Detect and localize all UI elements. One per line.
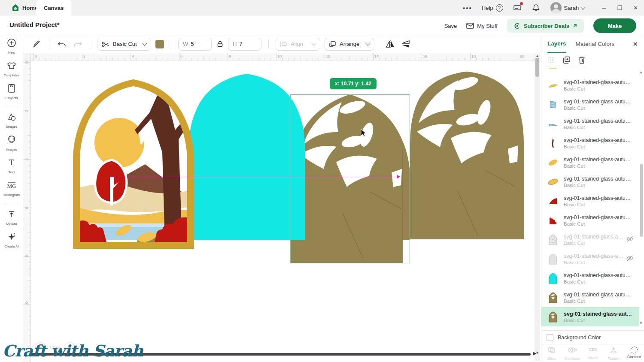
close-panel-icon[interactable]: ✕ <box>632 40 638 48</box>
artwork-stained-glass[interactable] <box>73 79 194 249</box>
attach-icon <box>589 347 597 354</box>
scroll-down-icon[interactable]: ▼ <box>639 321 643 325</box>
layer-row[interactable]: svg-01-stained-glass-autu…Basic Cut <box>541 75 639 95</box>
layer-type: Basic Cut <box>564 202 631 207</box>
make-button[interactable]: Make <box>593 18 636 33</box>
feedback-button[interactable] <box>513 3 522 12</box>
svg-text:MG: MG <box>7 183 16 189</box>
layer-name: svg-01-stained-glass-a… <box>564 253 623 259</box>
ruler-corner <box>23 53 31 60</box>
sidebar-item-new[interactable]: New <box>0 35 23 57</box>
background-color-checkbox[interactable] <box>547 334 553 341</box>
subscriber-deals-label: Subscriber Deals <box>524 23 569 29</box>
redo-button[interactable] <box>72 39 83 50</box>
layer-row[interactable]: svg-01-stained-glass-a…Basic Cut <box>541 230 639 249</box>
slice-button[interactable]: Slice <box>542 347 561 361</box>
sidebar-item-upload[interactable]: Upload <box>0 206 23 229</box>
layer-row[interactable]: svg-01-stained-glass-autu…Basic Cut <box>541 191 639 211</box>
layer-row[interactable]: svg-01-stained-glass-autu…Basic Cut <box>541 211 639 230</box>
panel-scrollbar[interactable]: ▲ ▼ <box>640 69 643 325</box>
layer-type: Basic Cut <box>564 299 631 304</box>
chevron-down-icon <box>142 41 147 45</box>
layer-type: Basic Cut <box>564 125 631 130</box>
lock-ratio-button[interactable] <box>214 39 225 50</box>
tab-layers[interactable]: Layers <box>547 35 566 53</box>
top-bar: Home Canvas ••• Help ? Sarah ─ ❐ ✕ <box>0 0 644 15</box>
templates-icon <box>7 61 16 72</box>
help-button[interactable]: Help ? <box>482 4 503 12</box>
selection-box[interactable] <box>290 94 410 263</box>
close-button[interactable]: ✕ <box>633 5 638 11</box>
my-stuff-button[interactable]: My Stuff <box>466 22 497 29</box>
sidebar-item-shapes[interactable]: Shapes <box>0 109 23 132</box>
sidebar-item-images[interactable]: Images <box>0 132 23 154</box>
align-dropdown[interactable]: Align <box>276 38 320 51</box>
layer-row[interactable]: svg-01-stained-glass-autu…Basic Cut <box>541 95 639 114</box>
flip-horizontal-button[interactable] <box>385 39 396 50</box>
sidebar-item-templates[interactable]: Templates <box>0 58 23 80</box>
sidebar-item-projects[interactable]: Projects <box>0 81 23 103</box>
minimize-button[interactable]: ─ <box>602 5 606 11</box>
layer-thumbnail <box>547 100 559 110</box>
eye-hidden-icon[interactable] <box>626 255 633 263</box>
notifications-button[interactable] <box>532 3 541 12</box>
duplicate-icon[interactable] <box>563 56 571 64</box>
layer-name: svg-01-stained-glass-autu… <box>564 99 631 105</box>
operation-dropdown[interactable]: Basic Cut <box>97 38 151 51</box>
sidebar-item-create-ai[interactable]: Create AI <box>0 229 23 251</box>
subscriber-deals-button[interactable]: Subscriber Deals <box>507 19 584 33</box>
tab-canvas[interactable]: Canvas <box>36 0 71 15</box>
width-value: 5 <box>191 41 194 47</box>
contour-button[interactable]: Contour <box>625 347 644 359</box>
group-icon[interactable] <box>547 56 555 64</box>
maximize-button[interactable]: ❐ <box>617 5 622 11</box>
color-swatch[interactable] <box>155 40 164 48</box>
height-field[interactable]: H 7 <box>228 38 261 51</box>
scrollbar-thumb[interactable] <box>640 164 643 237</box>
layer-row[interactable]: svg-01-stained-glass-autu…Basic Cut <box>541 114 639 133</box>
ruler-horizontal: 02468101214161820 <box>23 53 541 60</box>
scroll-up-icon[interactable]: ▲ <box>639 70 643 74</box>
watermark-logo: Craft with Sarah <box>3 341 143 360</box>
layer-row[interactable]: svg-01-stained-glass-aut…Basic Cut <box>541 307 639 326</box>
undo-button[interactable] <box>56 39 67 50</box>
layer-row[interactable]: svg-01-stained-glass-autu…Basic Cut <box>541 133 639 153</box>
tab-material-colors[interactable]: Material Colors <box>576 35 615 53</box>
flip-vertical-button[interactable] <box>400 39 411 50</box>
contour-icon <box>631 347 638 353</box>
redo-icon <box>73 41 82 48</box>
layer-row[interactable]: svg-01-stained-glass-autu…Basic Cut <box>541 288 639 307</box>
layer-list: Basic Cutsvg-01-stained-glass-autu…Basic… <box>541 68 639 327</box>
artwork-olive-arch-2[interactable] <box>410 72 524 239</box>
layer-thumbnail <box>547 234 559 245</box>
sidebar-item-text[interactable]: TText <box>0 155 23 177</box>
layer-row[interactable]: svg-01-stained-glass-autu…Basic Cut <box>541 268 639 288</box>
layer-row[interactable]: Basic Cut <box>541 68 639 75</box>
attach-button[interactable]: Attach <box>583 347 602 360</box>
canvas-vertical-scrollbar[interactable]: ▲ ▼ <box>535 54 540 361</box>
arrange-dropdown[interactable]: Arrange <box>325 38 374 51</box>
layer-row[interactable]: svg-01-stained-glass-autu…Basic Cut <box>541 172 639 191</box>
width-field[interactable]: W 5 <box>178 38 212 51</box>
trash-icon[interactable] <box>578 56 585 64</box>
scroll-right-icon[interactable]: ▶ <box>533 351 537 356</box>
user-menu[interactable]: Sarah <box>550 2 585 13</box>
sidebar-item-monogram[interactable]: MGMonogram <box>0 178 23 200</box>
lock-icon <box>217 41 223 47</box>
edit-pencil-button[interactable] <box>31 39 42 50</box>
layer-thumbnail <box>547 68 559 70</box>
canvas-area[interactable]: x: 10.71 y: 1.42 02468101214161820 02468… <box>23 53 541 362</box>
scrollbar-thumb[interactable] <box>535 58 539 77</box>
artwork-cyan-arch[interactable] <box>189 73 305 240</box>
layer-row[interactable]: svg-01-stained-glass-autu…Basic Cut <box>541 153 639 172</box>
scroll-up-icon[interactable]: ▲ <box>535 54 540 58</box>
flatten-icon <box>610 347 617 355</box>
combine-button[interactable]: Combine <box>563 347 582 361</box>
layer-row[interactable]: svg-01-stained-glass-a…Basic Cut <box>541 249 639 268</box>
save-button[interactable]: Save <box>444 23 457 29</box>
projects-icon <box>7 84 16 95</box>
eye-hidden-icon[interactable] <box>626 236 633 244</box>
width-label: W <box>183 41 188 47</box>
flatten-button[interactable]: Flatten <box>604 347 623 361</box>
more-menu-icon[interactable]: ••• <box>463 4 472 12</box>
